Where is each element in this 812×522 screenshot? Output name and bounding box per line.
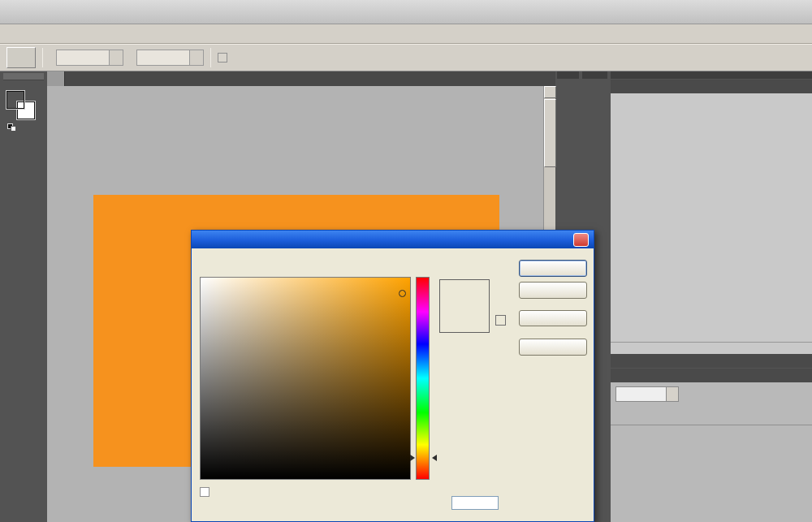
saturation-brightness-field[interactable] bbox=[200, 277, 411, 480]
layer-list bbox=[611, 425, 812, 425]
document-tabbar bbox=[47, 71, 555, 86]
current-color-swatch bbox=[440, 306, 489, 332]
panel-dock bbox=[611, 71, 812, 522]
hue-marker-right-icon bbox=[432, 455, 437, 461]
default-colors-icon[interactable] bbox=[7, 123, 17, 132]
scroll-up-button[interactable] bbox=[544, 86, 556, 98]
blend-mode-dropdown[interactable] bbox=[615, 386, 679, 402]
hex-row bbox=[425, 496, 499, 510]
layers-panel bbox=[611, 369, 812, 522]
new-current-color-swatch bbox=[439, 279, 490, 333]
adjustments-panel-tabs bbox=[611, 354, 812, 368]
options-bar bbox=[0, 44, 812, 71]
panel-strip-1 bbox=[557, 71, 579, 83]
blend-mode-value bbox=[616, 387, 666, 401]
separator bbox=[42, 48, 43, 67]
color-picker-dialog bbox=[191, 230, 594, 522]
web-color-cube-icon[interactable] bbox=[495, 315, 506, 326]
document-tab[interactable] bbox=[47, 71, 65, 86]
photoshop-window bbox=[0, 0, 812, 522]
dock-collapse-button[interactable] bbox=[611, 71, 812, 79]
hue-marker-left-icon bbox=[410, 455, 415, 461]
cancel-button[interactable] bbox=[519, 282, 587, 299]
lock-fill-row bbox=[611, 404, 812, 421]
web-only-row bbox=[200, 487, 214, 497]
ok-button[interactable] bbox=[519, 260, 587, 277]
dropdown-arrow-icon bbox=[189, 50, 203, 65]
sample-layers-dropdown[interactable] bbox=[136, 50, 204, 66]
dropdown-arrow-icon bbox=[666, 387, 678, 401]
blend-opacity-row bbox=[611, 385, 812, 403]
web-colors-only-checkbox[interactable] bbox=[200, 487, 209, 497]
tools-panel bbox=[3, 73, 44, 522]
new-color-swatch bbox=[440, 280, 489, 306]
hue-slider[interactable] bbox=[416, 277, 430, 480]
menubar bbox=[0, 24, 812, 44]
scrollbar-thumb[interactable] bbox=[544, 99, 556, 167]
color-swatch-widget bbox=[6, 91, 41, 128]
add-to-swatches-button[interactable] bbox=[519, 310, 587, 326]
strip-collapse-button[interactable] bbox=[557, 71, 579, 79]
styles-grid bbox=[611, 93, 812, 342]
styles-footer bbox=[611, 342, 812, 354]
strip-collapse-button[interactable] bbox=[582, 71, 607, 79]
dialog-close-button[interactable] bbox=[573, 233, 589, 247]
separator bbox=[210, 48, 211, 67]
dropdown-arrow-icon bbox=[109, 50, 123, 65]
hex-field[interactable] bbox=[451, 496, 499, 510]
color-field-marker bbox=[399, 290, 406, 297]
styles-panel-tabs bbox=[611, 80, 812, 93]
color-libraries-button[interactable] bbox=[519, 339, 587, 356]
panel-strip-2 bbox=[582, 71, 607, 83]
tool-preset-picker[interactable] bbox=[6, 47, 36, 68]
layers-panel-tabs bbox=[611, 369, 812, 382]
foreground-color-swatch[interactable] bbox=[6, 91, 24, 109]
show-sampling-ring-checkbox[interactable] bbox=[218, 53, 227, 63]
tools-collapse-button[interactable] bbox=[3, 73, 44, 80]
dialog-titlebar[interactable] bbox=[192, 231, 594, 248]
layers-body bbox=[611, 382, 812, 522]
titlebar bbox=[0, 0, 812, 24]
sample-size-dropdown[interactable] bbox=[56, 50, 123, 66]
